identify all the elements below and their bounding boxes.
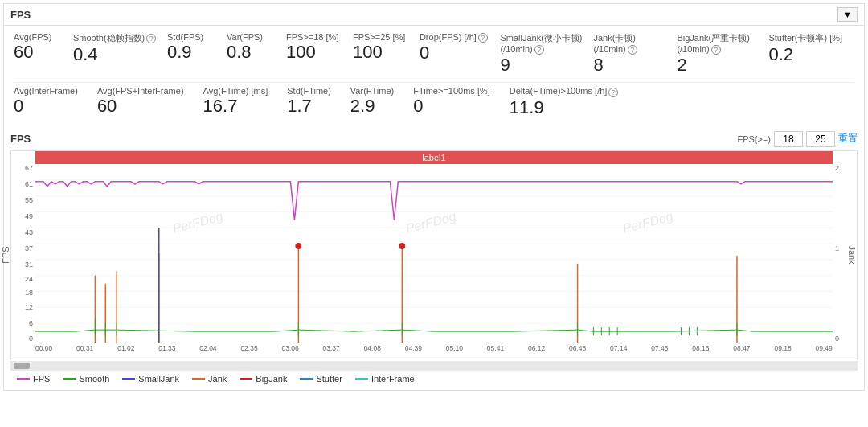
svg-point-19 [399,243,405,249]
collapse-button[interactable]: ▼ [837,7,858,22]
jank-axis-label: Jank [846,245,856,264]
stat-jank: Jank(卡顿)(/10min)? 8 [593,32,657,76]
chart-title: FPS [10,133,31,145]
y-axis-left: 67 61 55 49 43 37 31 24 18 12 6 0 [11,164,35,343]
fps-input-25[interactable] [806,131,835,147]
smooth-events [95,319,737,335]
label1-text: label1 [422,153,445,162]
stat-avg-fps-interframe: Avg(FPS+InterFrame) 60 [97,86,184,117]
svg-point-18 [295,243,301,249]
stat-avg-interframe: Avg(InterFrame) 0 [14,86,78,117]
stat-small-jank: SmallJank(微小卡顿)(/10min)? 9 [500,32,574,76]
jank-help-icon[interactable]: ? [628,45,637,55]
legend-jank-line [192,378,205,380]
stat-fps-25: FPS>=25 [%] 100 [353,32,400,63]
panel-title: FPS [10,9,31,21]
legend-interframe-label: InterFrame [371,374,415,384]
legend: FPS Smooth SmallJank Jank BigJank Stutte… [10,371,858,387]
delta-help-icon[interactable]: ? [608,88,618,97]
stats-section: Avg(FPS) 60 Smooth(稳帧指数)? 0.4 Std(FPS) 0… [4,26,864,131]
stat-avg-fps: Avg(FPS) 60 [14,32,54,63]
stats-row-1: Avg(FPS) 60 Smooth(稳帧指数)? 0.4 Std(FPS) 0… [14,32,854,76]
legend-bigjank: BigJank [240,374,287,384]
scrollbar-thumb[interactable] [14,363,30,369]
drop-help-icon[interactable]: ? [478,33,488,43]
stat-std-ftime: Std(FTime) 1.7 [287,86,331,117]
legend-smalljank-label: SmallJank [138,374,179,384]
legend-interframe-line [355,378,368,380]
stat-std-fps: Std(FPS) 0.9 [167,32,207,63]
legend-interframe: InterFrame [355,374,415,384]
legend-bigjank-line [240,378,252,380]
x-axis: 00:00 00:31 01:02 01:33 02:04 02:35 03:0… [35,344,833,359]
stat-var-ftime: Var(FTime) 2.9 [350,86,394,117]
bigjank-help-icon[interactable]: ? [711,45,721,55]
stat-smooth: Smooth(稳帧指数)? 0.4 [73,32,148,65]
legend-jank: Jank [192,374,227,384]
stat-fps-18: FPS>=18 [%] 100 [286,32,334,63]
stat-drop-fps: Drop(FPS) [/h]? 0 [420,32,481,64]
legend-smalljank: SmallJank [122,374,179,384]
legend-bigjank-label: BigJank [256,374,287,384]
chart-svg [35,164,833,343]
stats-row-2: Avg(InterFrame) 0 Avg(FPS+InterFrame) 60… [14,86,854,117]
legend-smooth: Smooth [63,374,109,384]
reset-button[interactable]: 重置 [838,132,858,146]
stat-stutter: Stutter(卡顿率) [%] 0.2 [768,32,835,65]
chart-header: FPS FPS(>=) 重置 [10,131,858,147]
legend-smooth-label: Smooth [79,374,109,384]
legend-smalljank-line [122,378,135,380]
legend-fps: FPS [17,374,50,384]
panel-header: FPS ▼ [4,4,864,26]
fps-input-18[interactable] [774,131,803,147]
stat-avg-ftime: Avg(FTime) [ms] 16.7 [203,86,268,117]
smooth-help-icon[interactable]: ? [146,34,156,43]
fps-axis-label: FPS [1,246,10,263]
jank-spikes [95,248,737,343]
stats-divider [14,82,854,83]
fps-panel: FPS ▼ Avg(FPS) 60 Smooth(稳帧指数)? 0.4 Std(… [3,3,865,391]
legend-fps-label: FPS [33,374,50,384]
smooth-line [35,330,833,331]
legend-stutter-line [300,378,313,380]
fps-line [35,182,833,220]
legend-smooth-line [63,378,76,380]
legend-jank-label: Jank [208,374,227,384]
legend-stutter-label: Stutter [316,374,342,384]
fps-filter-label: FPS(>=) [737,134,771,144]
label1-bar: label1 [35,151,833,164]
stat-delta-ftime: Delta(FTime)>100ms [/h]? 11.9 [510,86,619,117]
stat-big-jank: BigJank(严重卡顿)(/10min)? 2 [677,32,749,76]
legend-stutter: Stutter [300,374,342,384]
smalljank-help-icon[interactable]: ? [534,45,544,55]
stat-var-fps: Var(FPS) 0.8 [227,32,267,63]
chart-container: label1 67 61 55 49 43 37 31 24 18 12 6 0 [10,150,858,359]
chart-section: FPS FPS(>=) 重置 label1 67 61 55 49 4 [4,131,864,390]
fps-filter: FPS(>=) 重置 [737,131,858,147]
scrollbar-container[interactable] [10,361,858,371]
legend-fps-line [17,378,30,380]
stat-ftime-100ms: FTime>=100ms [%] 0 [413,86,490,117]
